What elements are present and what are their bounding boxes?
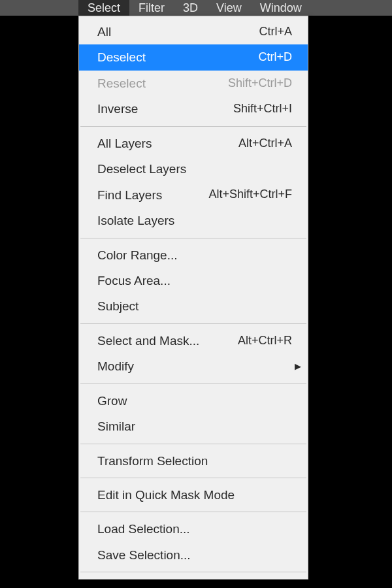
menubar-item-3d[interactable]: 3D [174, 0, 207, 16]
menu-item-similar[interactable]: Similar [79, 414, 308, 439]
menu-item-label: Isolate Layers [97, 211, 174, 230]
menubar-item-window[interactable]: Window [251, 0, 311, 16]
menu-item-modify[interactable]: Modify ▶ [79, 353, 308, 379]
menubar: Select Filter 3D View Window [0, 0, 392, 16]
menubar-item-filter[interactable]: Filter [129, 0, 174, 16]
menu-item-shortcut: Shift+Ctrl+I [233, 100, 292, 118]
menubar-item-view[interactable]: View [207, 0, 251, 16]
menu-item-transform-selection[interactable]: Transform Selection [79, 448, 308, 474]
menu-separator [80, 238, 306, 238]
menu-item-label: Grow [97, 391, 127, 410]
menu-item-deselect-layers[interactable]: Deselect Layers [79, 156, 308, 182]
menu-item-deselect[interactable]: Deselect Ctrl+D [79, 44, 308, 70]
menu-separator [80, 384, 306, 384]
menu-item-label: Edit in Quick Mask Mode [97, 485, 235, 504]
menu-item-find-layers[interactable]: Find Layers Alt+Shift+Ctrl+F [79, 182, 308, 208]
menu-separator [80, 512, 306, 512]
menu-item-label: All [97, 22, 111, 41]
menu-item-label: Similar [97, 417, 135, 436]
menu-item-label: Transform Selection [97, 451, 208, 470]
select-dropdown: All Ctrl+A Deselect Ctrl+D Reselect Shif… [78, 16, 308, 580]
menu-item-shortcut: Ctrl+A [259, 23, 292, 41]
menu-item-subject[interactable]: Subject [79, 293, 308, 319]
menu-item-inverse[interactable]: Inverse Shift+Ctrl+I [79, 96, 308, 122]
menu-item-label: Deselect Layers [97, 159, 186, 178]
menu-item-label: Select and Mask... [97, 331, 199, 350]
menu-item-shortcut: Ctrl+D [258, 48, 292, 67]
menu-item-save-selection[interactable]: Save Selection... [79, 542, 308, 568]
menu-item-label: Find Layers [97, 186, 162, 204]
menu-item-load-selection[interactable]: Load Selection... [79, 516, 308, 542]
menu-item-all-layers[interactable]: All Layers Alt+Ctrl+A [79, 131, 308, 156]
menu-item-grow[interactable]: Grow [79, 388, 308, 414]
menu-item-shortcut: Alt+Ctrl+A [238, 135, 292, 153]
menu-separator [80, 323, 306, 324]
menu-item-label: Reselect [97, 74, 146, 93]
menu-item-label: Save Selection... [97, 546, 191, 564]
menu-item-all[interactable]: All Ctrl+A [79, 19, 308, 44]
menu-separator [80, 444, 306, 444]
menu-item-shortcut: Alt+Shift+Ctrl+F [208, 186, 292, 204]
menu-item-shortcut: Shift+Ctrl+D [228, 74, 292, 93]
menu-item-shortcut: Alt+Ctrl+R [238, 332, 292, 350]
menu-item-isolate-layers[interactable]: Isolate Layers [79, 208, 308, 233]
menu-item-label: All Layers [97, 134, 152, 153]
menu-item-select-and-mask[interactable]: Select and Mask... Alt+Ctrl+R [79, 328, 308, 353]
menu-item-reselect: Reselect Shift+Ctrl+D [79, 71, 308, 96]
menu-separator [80, 572, 306, 572]
menu-item-label: Deselect [97, 48, 146, 67]
menu-item-color-range[interactable]: Color Range... [79, 242, 308, 268]
menu-item-label: Focus Area... [97, 271, 171, 290]
menu-item-edit-quick-mask[interactable]: Edit in Quick Mask Mode [79, 482, 308, 508]
menu-separator [80, 478, 306, 478]
menu-item-label: Color Range... [97, 246, 178, 265]
menubar-item-select[interactable]: Select [78, 0, 129, 16]
menu-separator [80, 126, 306, 127]
submenu-arrow-icon: ▶ [295, 360, 301, 373]
menu-item-label: Load Selection... [97, 519, 190, 538]
menu-item-label: Inverse [97, 99, 138, 118]
menu-item-label: Subject [97, 297, 139, 316]
menu-item-label: Modify [97, 357, 134, 376]
menu-item-focus-area[interactable]: Focus Area... [79, 268, 308, 293]
